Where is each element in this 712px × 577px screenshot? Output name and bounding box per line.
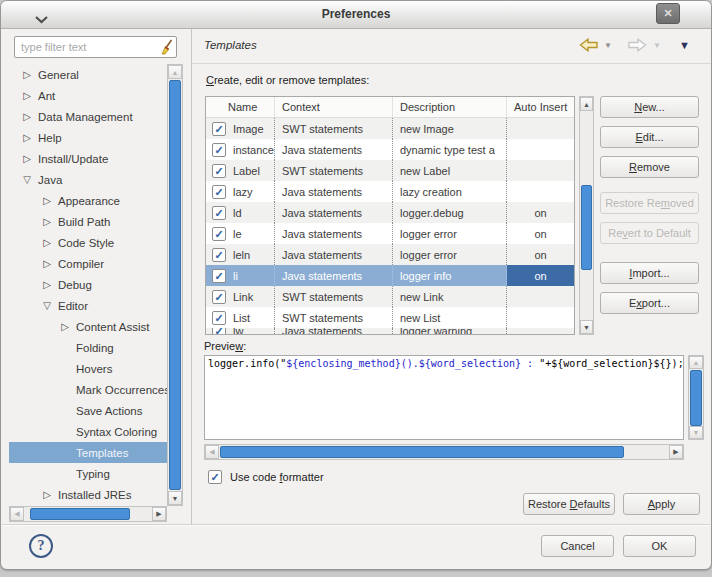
scroll-thumb[interactable]: [169, 80, 181, 490]
table-row[interactable]: ✓ld Java statements logger.debug on: [206, 202, 574, 223]
expand-icon[interactable]: ▷: [20, 64, 34, 85]
sidebar-item-help[interactable]: ▷Help: [9, 127, 167, 148]
tree-vscrollbar[interactable]: ▲ ▼: [167, 64, 183, 506]
expand-icon[interactable]: ▷: [40, 211, 54, 232]
sidebar-item-templates[interactable]: Templates: [9, 442, 167, 463]
sidebar-item-hovers[interactable]: Hovers: [9, 358, 167, 379]
scroll-right-button[interactable]: ▶: [669, 445, 683, 459]
table-row[interactable]: ✓lazy Java statements lazy creation: [206, 181, 574, 202]
sidebar-item-compiler[interactable]: ▷Compiler: [9, 253, 167, 274]
row-checkbox[interactable]: ✓: [212, 328, 226, 334]
table-row[interactable]: ✓Label SWT statements new Label: [206, 160, 574, 181]
table-row[interactable]: ✓List SWT statements new List: [206, 307, 574, 328]
scroll-thumb[interactable]: [220, 446, 624, 458]
edit-button[interactable]: Edit...: [600, 126, 699, 148]
expand-icon[interactable]: ▷: [20, 106, 34, 127]
scroll-down-button[interactable]: ▼: [689, 426, 703, 439]
revert-to-default-button[interactable]: Revert to Default: [600, 222, 699, 244]
table-row[interactable]: ✓instance Java statements dynamic type t…: [206, 139, 574, 160]
scroll-left-button[interactable]: ◀: [205, 445, 219, 459]
row-checkbox[interactable]: ✓: [212, 227, 226, 241]
expand-icon[interactable]: ▷: [40, 274, 54, 295]
sidebar-item-installed-jres[interactable]: ▷Installed JREs: [9, 484, 167, 505]
scroll-down-button[interactable]: ▼: [580, 320, 593, 334]
view-menu-icon[interactable]: ▼: [679, 39, 690, 51]
scroll-up-button[interactable]: ▲: [580, 97, 593, 111]
sidebar-item-typing[interactable]: Typing: [9, 463, 167, 484]
sidebar-item-code-style[interactable]: ▷Code Style: [9, 232, 167, 253]
preview-code-area[interactable]: logger.info("${enclosing_method}().${wor…: [204, 355, 684, 440]
row-checkbox[interactable]: ✓: [212, 269, 226, 283]
sidebar-item-java[interactable]: ▽Java: [9, 169, 167, 190]
expand-icon[interactable]: ▷: [40, 484, 54, 505]
ok-button[interactable]: OK: [623, 535, 696, 557]
table-row[interactable]: ✓le Java statements logger error on: [206, 223, 574, 244]
sidebar-item-ant[interactable]: ▷Ant: [9, 85, 167, 106]
expand-icon[interactable]: ▷: [20, 85, 34, 106]
sidebar-item-editor[interactable]: ▽Editor: [9, 295, 167, 316]
scroll-up-button[interactable]: ▲: [168, 65, 182, 79]
clear-filter-broom-icon[interactable]: [158, 39, 174, 55]
sidebar-item-syntax-coloring[interactable]: Syntax Coloring: [9, 421, 167, 442]
row-checkbox[interactable]: ✓: [212, 143, 226, 157]
column-header-name[interactable]: Name: [206, 97, 275, 117]
sidebar-item-general[interactable]: ▷General: [9, 64, 167, 85]
sidebar-item-content-assist[interactable]: ▷Content Assist: [9, 316, 167, 337]
scroll-thumb[interactable]: [30, 508, 130, 520]
preview-vscrollbar[interactable]: ▲ ▼: [688, 355, 704, 440]
table-vscrollbar[interactable]: ▲ ▼: [579, 96, 594, 335]
expand-icon[interactable]: ▷: [40, 190, 54, 211]
sidebar-item-data-management[interactable]: ▷Data Management: [9, 106, 167, 127]
scroll-right-button[interactable]: ▶: [152, 507, 166, 521]
table-row-selected[interactable]: ✓li Java statements logger info on: [206, 265, 574, 286]
back-arrow-icon[interactable]: [579, 38, 599, 56]
column-header-auto-insert[interactable]: Auto Insert: [507, 97, 574, 117]
expand-icon[interactable]: ▷: [40, 253, 54, 274]
sidebar-item-debug[interactable]: ▷Debug: [9, 274, 167, 295]
back-history-dropdown-icon[interactable]: ▼: [604, 41, 612, 50]
row-checkbox[interactable]: ✓: [212, 164, 226, 178]
preview-hscrollbar[interactable]: ◀ ▶: [204, 444, 684, 460]
table-row-partial[interactable]: ✓lw Java statements logger warning: [206, 328, 574, 334]
row-checkbox[interactable]: ✓: [212, 185, 226, 199]
restore-defaults-button[interactable]: Restore Defaults: [523, 493, 615, 515]
row-checkbox[interactable]: ✓: [212, 290, 226, 304]
tree-hscrollbar[interactable]: ◀ ▶: [9, 506, 167, 522]
row-checkbox[interactable]: ✓: [212, 206, 226, 220]
import-button[interactable]: Import...: [600, 262, 699, 284]
table-row[interactable]: ✓Image SWT statements new Image: [206, 118, 574, 139]
sidebar-item-build-path[interactable]: ▷Build Path: [9, 211, 167, 232]
filter-input[interactable]: [14, 36, 177, 58]
scroll-left-button[interactable]: ◀: [10, 507, 24, 521]
sidebar-item-appearance[interactable]: ▷Appearance: [9, 190, 167, 211]
expand-icon[interactable]: ▷: [20, 148, 34, 169]
title-bar[interactable]: Preferences ✕: [1, 1, 711, 29]
sidebar-item-install-update[interactable]: ▷Install/Update: [9, 148, 167, 169]
collapse-icon[interactable]: ▽: [20, 169, 34, 190]
row-checkbox[interactable]: ✓: [212, 311, 226, 325]
scroll-thumb[interactable]: [690, 370, 702, 426]
table-row[interactable]: ✓Link SWT statements new Link: [206, 286, 574, 307]
scroll-thumb[interactable]: [581, 185, 592, 270]
use-code-formatter-checkbox[interactable]: ✓: [208, 470, 222, 484]
row-checkbox[interactable]: ✓: [212, 248, 226, 262]
remove-button[interactable]: Remove: [600, 156, 699, 178]
expand-icon[interactable]: ▷: [40, 232, 54, 253]
collapse-icon[interactable]: ▽: [40, 295, 54, 316]
close-button[interactable]: ✕: [656, 3, 680, 24]
apply-button[interactable]: Apply: [623, 493, 700, 515]
column-header-description[interactable]: Description: [393, 97, 507, 117]
column-header-context[interactable]: Context: [275, 97, 393, 117]
table-row[interactable]: ✓leln Java statements logger error on: [206, 244, 574, 265]
scroll-up-button[interactable]: ▲: [689, 356, 703, 369]
expand-icon[interactable]: ▷: [58, 316, 72, 337]
sidebar-item-mark-occurrences[interactable]: Mark Occurrences: [9, 379, 167, 400]
expand-icon[interactable]: ▷: [20, 127, 34, 148]
sidebar-item-save-actions[interactable]: Save Actions: [9, 400, 167, 421]
cancel-button[interactable]: Cancel: [541, 535, 614, 557]
row-checkbox[interactable]: ✓: [212, 122, 226, 136]
sidebar-item-folding[interactable]: Folding: [9, 337, 167, 358]
new-button[interactable]: New...: [600, 96, 699, 118]
help-button[interactable]: ?: [29, 534, 53, 558]
restore-removed-button[interactable]: Restore Removed: [600, 192, 699, 214]
